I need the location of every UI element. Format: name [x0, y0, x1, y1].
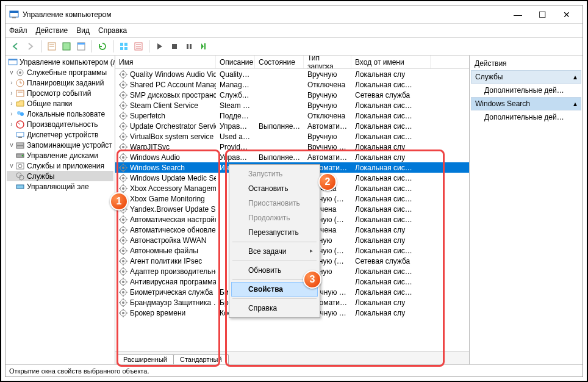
tree-g1a[interactable]: ›Планировщик заданий: [7, 77, 113, 88]
toolbar: [5, 37, 583, 56]
svg-point-136: [122, 229, 124, 231]
svg-point-31: [20, 112, 24, 116]
col-desc[interactable]: Описание: [216, 56, 255, 68]
gear-icon: [119, 174, 127, 182]
table-row[interactable]: Shared PC Account ManagerManages p…Отклю…: [115, 79, 469, 90]
col-start[interactable]: Тип запуска: [304, 56, 351, 68]
minimize-button[interactable]: —: [506, 6, 530, 23]
svg-point-88: [122, 146, 124, 148]
toolbar-btn-play[interactable]: [153, 40, 167, 53]
menu-file[interactable]: Файл: [9, 26, 27, 35]
svg-point-142: [122, 239, 124, 242]
nav-back-button[interactable]: [9, 40, 23, 53]
menu-action[interactable]: Действие: [36, 26, 68, 35]
actions-header-item[interactable]: Windows Search▴: [471, 97, 581, 110]
actions-title: Действия: [471, 57, 581, 70]
ctx-stop[interactable]: Остановить: [231, 181, 318, 196]
nav-fwd-button[interactable]: [24, 40, 37, 53]
svg-rect-1: [10, 11, 18, 13]
tree-g1d[interactable]: ›Локальные пользовате: [7, 109, 113, 119]
gear-icon: [119, 91, 127, 99]
svg-rect-17: [172, 44, 177, 49]
nav-tree[interactable]: Управление компьютером (л vСлужебные про…: [5, 56, 115, 364]
toolbar-btn-list[interactable]: [132, 40, 145, 53]
callout-num-3: 3: [303, 270, 321, 289]
toolbar-btn-pause[interactable]: [182, 40, 196, 53]
toolbar-btn-props[interactable]: [45, 40, 59, 53]
toolbar-btn-refresh[interactable]: [96, 40, 109, 53]
menu-view[interactable]: Вид: [76, 26, 90, 35]
gear-icon: [119, 143, 127, 151]
tree-g1[interactable]: vСлужебные программы: [7, 67, 113, 77]
svg-rect-18: [187, 44, 188, 49]
svg-point-178: [122, 301, 124, 304]
ctx-pause[interactable]: Приостановить: [231, 196, 318, 211]
ctx-alltasks[interactable]: Все задачи: [231, 244, 318, 259]
callout-num-1: 1: [110, 192, 128, 211]
col-state[interactable]: Состояние: [255, 56, 304, 68]
gear-icon: [119, 184, 127, 193]
tree-g2[interactable]: vЗапоминающие устройст: [7, 140, 113, 150]
svg-point-70: [122, 115, 124, 117]
gear-icon: [119, 288, 127, 297]
collapse-icon: ▴: [573, 99, 577, 108]
gear-icon: [119, 267, 127, 276]
tab-extended[interactable]: Расширенный: [117, 354, 174, 364]
tree-g3[interactable]: vСлужбы и приложения: [7, 160, 113, 171]
tab-standard[interactable]: Стандартный: [173, 354, 229, 364]
tree-g1b[interactable]: ›Просмотр событий: [7, 88, 113, 98]
svg-point-24: [19, 71, 21, 74]
maximize-button[interactable]: ☐: [530, 6, 554, 23]
ctx-start[interactable]: Запустить: [231, 167, 318, 181]
svg-rect-44: [16, 185, 24, 189]
svg-point-52: [122, 84, 124, 86]
tree-g1c[interactable]: ›Общие папки: [7, 98, 113, 109]
gear-icon: [119, 132, 127, 141]
tree-g1f[interactable]: Диспетчер устройств: [7, 129, 113, 140]
tree-g1e[interactable]: ›Производительность: [7, 119, 113, 129]
window-title: Управление компьютером: [23, 10, 111, 19]
gear-icon: [119, 122, 127, 131]
svg-point-58: [122, 94, 124, 96]
ctx-help[interactable]: Справка: [231, 301, 318, 315]
col-logon[interactable]: Вход от имени: [351, 56, 431, 68]
tree-g3b[interactable]: Управляющий эле: [7, 181, 113, 192]
toolbar-btn-restart[interactable]: [197, 40, 210, 53]
table-row[interactable]: Update Orchestrator ServiceУправляет…Вып…: [115, 121, 469, 131]
close-button[interactable]: ✕: [554, 6, 579, 23]
gear-icon: [119, 309, 127, 317]
toolbar-btn-grid[interactable]: [117, 40, 131, 53]
app-icon: [9, 10, 19, 20]
toolbar-btn-console[interactable]: [60, 40, 73, 53]
col-name[interactable]: Имя: [115, 56, 216, 68]
svg-rect-22: [9, 59, 17, 60]
svg-point-64: [122, 104, 124, 107]
table-row[interactable]: Quality Windows Audio Vid…Quality Wi…Вру…: [115, 69, 469, 79]
actions-header-services[interactable]: Службы▴: [471, 70, 581, 84]
table-row[interactable]: VirtualBox system serviceUsed as a …Вруч…: [115, 131, 469, 142]
ctx-restart[interactable]: Перезапустить: [231, 225, 318, 240]
tree-root[interactable]: Управление компьютером (л: [7, 57, 113, 67]
gear-icon: [119, 278, 127, 286]
list-header[interactable]: Имя Описание Состояние Тип запуска Вход …: [115, 56, 469, 69]
table-row[interactable]: SuperfetchПоддержи…ОтключенаЛокальная си…: [115, 110, 469, 121]
ctx-resume[interactable]: Продолжить: [231, 211, 318, 225]
toolbar-btn-export[interactable]: [74, 40, 88, 53]
table-row[interactable]: Steam Client ServiceSteam Clie…ВручнуюЛо…: [115, 100, 469, 110]
actions-more-1[interactable]: Дополнительные дей…: [471, 84, 581, 97]
toolbar-btn-stop[interactable]: [168, 40, 181, 53]
tree-g3a[interactable]: Службы: [7, 171, 113, 181]
svg-rect-19: [190, 44, 192, 49]
gear-icon: [119, 164, 127, 172]
tree-g2a[interactable]: Управление дисками: [7, 150, 113, 160]
svg-point-184: [122, 312, 124, 314]
svg-point-46: [122, 73, 124, 76]
gear-icon: [119, 112, 127, 120]
gear-icon: [119, 257, 127, 265]
table-row[interactable]: Windows AudioУправлен…ВыполняетсяАвтомат…: [115, 152, 469, 162]
table-row[interactable]: SMP дисковых пространств…Служба уз…Вручн…: [115, 90, 469, 100]
svg-rect-6: [63, 43, 70, 50]
actions-more-2[interactable]: Дополнительные дей…: [471, 110, 581, 124]
table-row[interactable]: WarpJITSvcProvides a …Вручную (ак…Локаль…: [115, 142, 469, 152]
menu-help[interactable]: Справка: [98, 26, 127, 35]
